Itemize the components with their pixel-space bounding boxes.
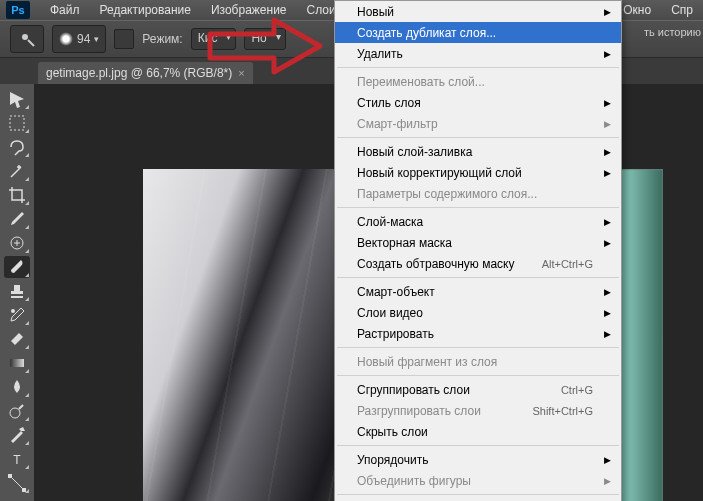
tool-blur[interactable] — [4, 376, 30, 398]
menu-item-label: Смарт-объект — [357, 285, 435, 299]
menu-item-label: Переименовать слой... — [357, 75, 485, 89]
menu-separator — [337, 67, 619, 68]
brush-size-value: 94 — [77, 32, 90, 46]
menu-edit[interactable]: Редактирование — [90, 1, 201, 19]
menu-item-label: Новый фрагмент из слоя — [357, 355, 497, 369]
menu-item-слой-маска[interactable]: Слой-маска▶ — [335, 211, 621, 232]
menu-item-label: Слой-маска — [357, 215, 423, 229]
toolbox: T — [0, 84, 34, 501]
menu-item-растрировать[interactable]: Растрировать▶ — [335, 323, 621, 344]
brush-dot-icon — [59, 32, 73, 46]
menu-item-label: Параметры содержимого слоя... — [357, 187, 537, 201]
menu-item-стиль-слоя[interactable]: Стиль слоя▶ — [335, 92, 621, 113]
menu-item-label: Удалить — [357, 47, 403, 61]
brush-picker[interactable]: 94 ▾ — [52, 25, 106, 53]
close-icon[interactable]: × — [238, 67, 244, 79]
tool-lasso[interactable] — [4, 136, 30, 158]
chevron-down-icon: ▾ — [94, 34, 99, 44]
tool-stamp[interactable] — [4, 280, 30, 302]
tool-rect[interactable] — [4, 496, 30, 501]
menu-item-скрыть-слои[interactable]: Скрыть слои — [335, 421, 621, 442]
menu-item-label: Упорядочить — [357, 453, 428, 467]
submenu-arrow-icon: ▶ — [604, 147, 611, 157]
menu-separator — [337, 277, 619, 278]
tool-dodge[interactable] — [4, 400, 30, 422]
tool-type[interactable]: T — [4, 448, 30, 470]
svg-rect-1 — [10, 116, 24, 130]
menu-item-слои-видео[interactable]: Слои видео▶ — [335, 302, 621, 323]
menu-item-label: Новый слой-заливка — [357, 145, 472, 159]
submenu-arrow-icon: ▶ — [604, 329, 611, 339]
menu-item-label: Слои видео — [357, 306, 423, 320]
menu-bar-right: Окно Спр — [613, 0, 703, 20]
submenu-arrow-icon: ▶ — [604, 287, 611, 297]
menu-item-label: Объединить фигуры — [357, 474, 471, 488]
opacity-dropdown[interactable]: Но — [244, 28, 285, 50]
menu-file[interactable]: Файл — [40, 1, 90, 19]
submenu-arrow-icon: ▶ — [604, 455, 611, 465]
svg-rect-4 — [10, 359, 24, 367]
tool-history[interactable] — [4, 304, 30, 326]
menu-item-смарт-объект[interactable]: Смарт-объект▶ — [335, 281, 621, 302]
menu-item-label: Создать дубликат слоя... — [357, 26, 496, 40]
menu-separator — [337, 137, 619, 138]
svg-point-3 — [11, 309, 15, 313]
menu-item-новый-корректирующий-слой[interactable]: Новый корректирующий слой▶ — [335, 162, 621, 183]
brush-panel-toggle[interactable] — [114, 29, 134, 49]
layers-context-menu: Новый▶Создать дубликат слоя...Удалить▶Пе… — [334, 0, 622, 501]
menu-image[interactable]: Изображение — [201, 1, 297, 19]
menu-item-новый[interactable]: Новый▶ — [335, 1, 621, 22]
menu-item-новый-фрагмент-из-слоя: Новый фрагмент из слоя — [335, 351, 621, 372]
menu-help[interactable]: Спр — [661, 1, 703, 19]
submenu-arrow-icon: ▶ — [604, 98, 611, 108]
svg-text:T: T — [13, 453, 21, 467]
tool-move[interactable] — [4, 88, 30, 110]
menu-shortcut: Alt+Ctrl+G — [542, 258, 593, 270]
menu-item-векторная-маска[interactable]: Векторная маска▶ — [335, 232, 621, 253]
submenu-arrow-icon: ▶ — [604, 168, 611, 178]
menu-item-объединить-фигуры: Объединить фигуры▶ — [335, 470, 621, 491]
submenu-arrow-icon: ▶ — [604, 49, 611, 59]
tool-marquee[interactable] — [4, 112, 30, 134]
submenu-arrow-icon: ▶ — [604, 119, 611, 129]
tool-gradient[interactable] — [4, 352, 30, 374]
menu-shortcut: Ctrl+G — [561, 384, 593, 396]
menu-separator — [337, 375, 619, 376]
blend-mode-dropdown[interactable]: Кис — [191, 28, 237, 50]
menu-item-удалить[interactable]: Удалить▶ — [335, 43, 621, 64]
submenu-arrow-icon: ▶ — [604, 217, 611, 227]
mode-label: Режим: — [142, 32, 182, 46]
menu-item-параметры-содержимого-слоя-: Параметры содержимого слоя... — [335, 183, 621, 204]
submenu-arrow-icon: ▶ — [604, 308, 611, 318]
tool-eraser[interactable] — [4, 328, 30, 350]
tool-brush[interactable] — [4, 256, 30, 278]
menu-item-сгруппировать-слои[interactable]: Сгруппировать слоиCtrl+G — [335, 379, 621, 400]
tool-path[interactable] — [4, 472, 30, 494]
menu-separator — [337, 445, 619, 446]
tool-heal[interactable] — [4, 232, 30, 254]
menu-item-разгруппировать-слои: Разгруппировать слоиShift+Ctrl+G — [335, 400, 621, 421]
menu-item-новый-слой-заливка[interactable]: Новый слой-заливка▶ — [335, 141, 621, 162]
menu-item-label: Создать обтравочную маску — [357, 257, 515, 271]
submenu-arrow-icon: ▶ — [604, 7, 611, 17]
menu-item-упорядочить[interactable]: Упорядочить▶ — [335, 449, 621, 470]
menu-item-label: Растрировать — [357, 327, 434, 341]
menu-item-создать-дубликат-слоя-[interactable]: Создать дубликат слоя... — [335, 22, 621, 43]
tool-wand[interactable] — [4, 160, 30, 182]
menu-shortcut: Shift+Ctrl+G — [532, 405, 593, 417]
menu-item-label: Смарт-фильтр — [357, 117, 438, 131]
tool-eyedropper[interactable] — [4, 208, 30, 230]
menu-item-создать-обтравочную-маску[interactable]: Создать обтравочную маскуAlt+Ctrl+G — [335, 253, 621, 274]
menu-item-смарт-фильтр: Смарт-фильтр▶ — [335, 113, 621, 134]
menu-item-label: Векторная маска — [357, 236, 452, 250]
history-label: ть историю — [644, 26, 701, 38]
tool-preset-picker[interactable] — [10, 25, 44, 53]
tool-crop[interactable] — [4, 184, 30, 206]
menu-item-label: Новый — [357, 5, 394, 19]
svg-rect-7 — [8, 474, 12, 478]
tool-pen[interactable] — [4, 424, 30, 446]
document-tab[interactable]: getimage.pl.jpg @ 66,7% (RGB/8*) × — [38, 62, 253, 84]
menu-item-label: Скрыть слои — [357, 425, 428, 439]
menu-item-label: Новый корректирующий слой — [357, 166, 522, 180]
submenu-arrow-icon: ▶ — [604, 476, 611, 486]
